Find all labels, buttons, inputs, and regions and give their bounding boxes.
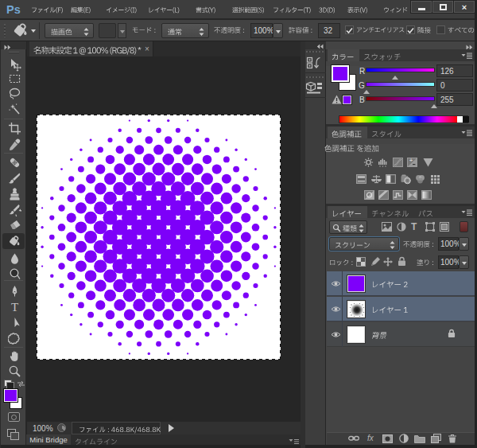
svg-text:T: T: [11, 301, 18, 314]
svg-text:+: +: [409, 158, 413, 163]
